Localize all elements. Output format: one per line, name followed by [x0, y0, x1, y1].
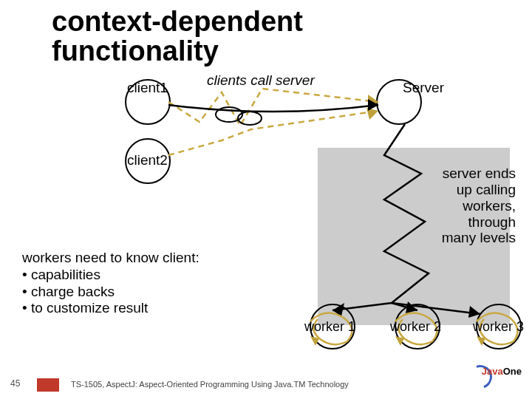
callout-l1: server ends — [443, 166, 516, 181]
slide: context-dependent functionality — [0, 0, 532, 399]
footer-text: TS-1505, AspectJ: Aspect-Oriented Progra… — [71, 380, 349, 389]
clients-call-server-line — [168, 105, 378, 112]
logo-one: One — [503, 366, 522, 377]
javaone-logo: JavaOne — [466, 364, 523, 393]
callout-l4: through — [468, 214, 516, 230]
callout-l3: workers, — [463, 198, 516, 214]
workers-info: workers need to know client: • capabilit… — [22, 250, 200, 317]
workers-info-b1: • capabilities — [22, 267, 100, 282]
footer-red-bar — [37, 378, 59, 392]
worker2-label: worker 2 — [390, 319, 441, 335]
worker1-label: worker 1 — [304, 319, 355, 335]
client2-label: client2 — [127, 152, 168, 168]
client1-label: client1 — [127, 80, 168, 96]
workers-info-heading: workers need to know client: — [22, 250, 200, 265]
server-label: Server — [403, 80, 444, 96]
workers-info-b2: • charge backs — [22, 284, 115, 299]
clients-call-server-label: clients call server — [207, 72, 315, 89]
client1-to-server-dashed — [168, 89, 378, 126]
callout-l5: many levels — [442, 230, 516, 245]
workers-info-b3: • to customize result — [22, 300, 148, 316]
server-callout: server ends up calling workers, through … — [383, 166, 516, 246]
worker3-label: worker 3 — [473, 319, 524, 335]
logo-text: JavaOne — [482, 366, 522, 376]
callout-l2: up calling — [457, 182, 516, 197]
slide-number: 45 — [10, 378, 20, 389]
logo-java: Java — [482, 366, 503, 377]
